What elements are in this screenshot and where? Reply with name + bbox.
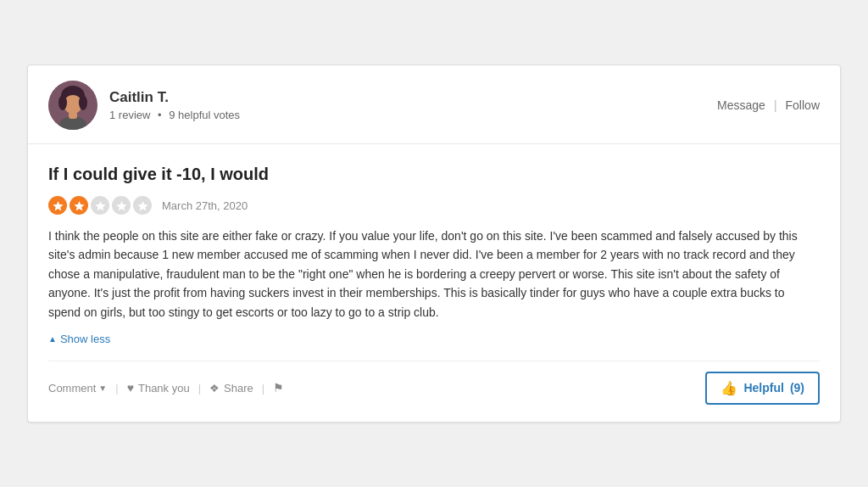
show-less-link[interactable]: ▲ Show less <box>48 333 110 345</box>
comment-label: Comment <box>48 382 96 395</box>
svg-marker-7 <box>53 200 63 210</box>
share-action[interactable]: ❖ Share <box>209 382 253 395</box>
profile-info: Caitlin T. 1 review • 9 helpful votes <box>109 89 240 121</box>
flag-action[interactable]: ⚑ <box>273 381 284 395</box>
comment-action[interactable]: Comment ▼ <box>48 382 107 395</box>
svg-point-3 <box>58 95 67 110</box>
footer-divider-3: | <box>262 382 264 395</box>
share-label: Share <box>224 382 253 395</box>
svg-point-4 <box>79 95 87 110</box>
star-2 <box>70 196 88 215</box>
show-less-arrow-icon: ▲ <box>48 334 57 344</box>
svg-marker-9 <box>95 200 105 210</box>
svg-rect-6 <box>69 112 77 119</box>
profile-left: Caitlin T. 1 review • 9 helpful votes <box>48 81 240 130</box>
star-1 <box>48 196 67 215</box>
thumbs-up-icon: 👍 <box>721 380 737 396</box>
footer-divider-1: | <box>115 382 118 395</box>
profile-header: Caitlin T. 1 review • 9 helpful votes Me… <box>28 65 840 144</box>
thank-you-label: Thank you <box>138 382 190 395</box>
star-rating <box>48 196 152 215</box>
thank-you-action[interactable]: ♥ Thank you <box>127 381 190 395</box>
share-icon: ❖ <box>209 382 220 395</box>
helpful-votes: 9 helpful votes <box>169 109 240 121</box>
review-footer: Comment ▼ | ♥ Thank you | ❖ Share | ⚑ <box>48 361 820 405</box>
review-count: 1 review <box>109 109 150 121</box>
show-less-label: Show less <box>60 333 110 345</box>
footer-divider-2: | <box>198 382 201 395</box>
review-text: I think the people on this site are eith… <box>48 227 820 322</box>
star-5 <box>133 196 152 215</box>
flag-icon: ⚑ <box>273 381 284 395</box>
profile-actions: Message | Follow <box>717 98 820 112</box>
helpful-count: (9) <box>790 381 804 395</box>
star-4 <box>112 196 131 215</box>
svg-marker-8 <box>74 200 84 210</box>
star-3 <box>91 196 109 215</box>
review-date: March 27th, 2020 <box>162 199 248 212</box>
review-body: If I could give it -10, I would <box>28 144 840 422</box>
helpful-button[interactable]: 👍 Helpful (9) <box>705 372 820 405</box>
comment-dropdown-icon: ▼ <box>98 383 107 393</box>
review-rating-row: March 27th, 2020 <box>48 196 820 215</box>
heart-icon: ♥ <box>127 381 134 395</box>
follow-link[interactable]: Follow <box>786 98 820 112</box>
header-divider: | <box>774 98 777 112</box>
svg-marker-11 <box>137 200 147 210</box>
profile-name: Caitlin T. <box>109 89 240 106</box>
helpful-label: Helpful <box>743 381 783 395</box>
footer-left-actions: Comment ▼ | ♥ Thank you | ❖ Share | ⚑ <box>48 381 284 395</box>
profile-meta: 1 review • 9 helpful votes <box>109 109 240 121</box>
message-link[interactable]: Message <box>717 98 765 112</box>
dot-separator: • <box>158 109 162 121</box>
review-title: If I could give it -10, I would <box>48 165 820 184</box>
review-card: Caitlin T. 1 review • 9 helpful votes Me… <box>27 64 841 423</box>
avatar[interactable] <box>48 81 97 130</box>
svg-marker-10 <box>116 200 126 210</box>
